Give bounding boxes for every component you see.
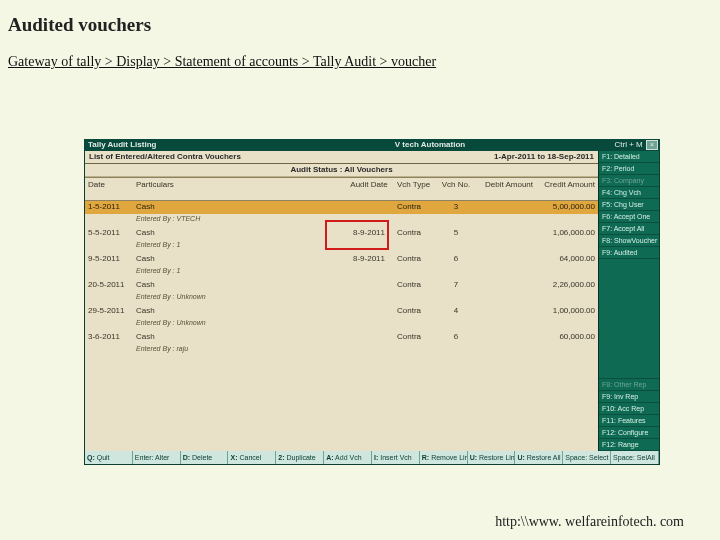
bottom-button[interactable]: R: Remove Line — [420, 451, 468, 464]
sidebar-button: F8: Other Rep — [599, 379, 659, 391]
col-vchtype: Vch Type — [394, 178, 438, 201]
breadcrumb: Gateway of tally > Display > Statement o… — [8, 54, 720, 70]
sidebar-button[interactable]: F12: Range — [599, 439, 659, 451]
cell-credit: 1,06,000.00 — [536, 227, 598, 240]
sidebar-button[interactable]: F9: Audited — [599, 247, 659, 259]
titlebar-left: Tally Audit Listing — [84, 139, 248, 151]
sidebar-button[interactable]: F4: Chg Vch — [599, 187, 659, 199]
cell-vchno: 3 — [438, 201, 474, 215]
cell-debit — [474, 279, 536, 292]
audit-status: Audit Status : All Vouchers — [85, 164, 598, 177]
entered-by: Entered By : raju — [133, 344, 598, 357]
bottom-button[interactable]: Q: Quit — [85, 451, 133, 464]
cell-auditdate — [344, 201, 394, 215]
cell-vchtype: Contra — [394, 279, 438, 292]
bottom-button[interactable]: Enter: Alter — [133, 451, 181, 464]
bottom-button[interactable]: Space: SelAll — [611, 451, 659, 464]
entered-by: Entered By : 1 — [133, 266, 598, 279]
cell-particulars: Cash — [133, 253, 344, 266]
sidebar-button[interactable]: F6: Accept One — [599, 211, 659, 223]
cell-date: 1-5-2011 — [85, 201, 133, 215]
entered-by: Entered By : Unknown — [133, 292, 598, 305]
cell-debit — [474, 331, 536, 344]
cell-vchtype: Contra — [394, 201, 438, 215]
entered-by-row: Entered By : raju — [85, 344, 598, 357]
sub-header-left: List of Entered/Altered Contra Vouchers — [85, 151, 434, 163]
sidebar-gap — [599, 259, 659, 379]
cell-particulars: Cash — [133, 227, 344, 240]
col-auditdate: Audit Date — [344, 178, 394, 201]
entered-by: Entered By : Unknown — [133, 318, 598, 331]
cell-credit: 60,000.00 — [536, 331, 598, 344]
sidebar: F1: DetailedF2: PeriodF3: CompanyF4: Chg… — [598, 151, 659, 451]
col-debit: Debit Amount — [474, 178, 536, 201]
cell-particulars: Cash — [133, 279, 344, 292]
close-icon[interactable]: × — [646, 140, 658, 150]
cell-credit: 5,00,000.00 — [536, 201, 598, 215]
voucher-table: Date Particulars Audit Date Vch Type Vch… — [85, 177, 598, 357]
bottom-button[interactable]: A: Add Vch — [324, 451, 372, 464]
cell-vchno: 5 — [438, 227, 474, 240]
cell-vchno: 6 — [438, 253, 474, 266]
main-panel: List of Entered/Altered Contra Vouchers … — [85, 151, 598, 451]
entered-by-row: Entered By : VTECH — [85, 214, 598, 227]
cell-vchtype: Contra — [394, 253, 438, 266]
cell-debit — [474, 253, 536, 266]
cell-credit: 2,26,000.00 — [536, 279, 598, 292]
cell-credit: 1,00,000.00 — [536, 305, 598, 318]
sidebar-button[interactable]: F9: Inv Rep — [599, 391, 659, 403]
voucher-table-wrap: Date Particulars Audit Date Vch Type Vch… — [85, 177, 598, 451]
cell-particulars: Cash — [133, 201, 344, 215]
bottom-button[interactable]: U: Restore All — [515, 451, 563, 464]
titlebar-right: Ctrl + M × — [612, 139, 660, 151]
footer-url: http:\\www. welfareinfotech. com — [495, 514, 684, 530]
entered-by: Entered By : 1 — [133, 240, 598, 253]
sidebar-button: F3: Company — [599, 175, 659, 187]
table-row[interactable]: 3-6-2011CashContra660,000.00 — [85, 331, 598, 344]
table-header-row: Date Particulars Audit Date Vch Type Vch… — [85, 178, 598, 201]
titlebar: Tally Audit Listing V tech Automation Ct… — [84, 139, 660, 151]
cell-date: 29-5-2011 — [85, 305, 133, 318]
table-row[interactable]: 20-5-2011CashContra72,26,000.00 — [85, 279, 598, 292]
bottom-button[interactable]: I: Insert Vch — [372, 451, 420, 464]
cell-vchno: 7 — [438, 279, 474, 292]
sidebar-button[interactable]: F8: ShowVoucher — [599, 235, 659, 247]
col-vchno: Vch No. — [438, 178, 474, 201]
cell-particulars: Cash — [133, 305, 344, 318]
table-row[interactable]: 5-5-2011Cash8-9-2011Contra51,06,000.00 — [85, 227, 598, 240]
sidebar-button[interactable]: F7: Accept All — [599, 223, 659, 235]
sidebar-button[interactable]: F12: Configure — [599, 427, 659, 439]
cell-auditdate — [344, 305, 394, 318]
cell-debit — [474, 227, 536, 240]
entered-by-row: Entered By : Unknown — [85, 292, 598, 305]
bottom-button[interactable]: 2: Duplicate — [276, 451, 324, 464]
entered-by-row: Entered By : Unknown — [85, 318, 598, 331]
col-particulars: Particulars — [133, 178, 344, 201]
bottom-button[interactable]: X: Cancel — [228, 451, 276, 464]
cell-date: 5-5-2011 — [85, 227, 133, 240]
bottom-bar: Q: Quit Enter: AlterD: DeleteX: Cancel2:… — [84, 451, 660, 465]
table-row[interactable]: 9-5-2011Cash8-9-2011Contra664,000.00 — [85, 253, 598, 266]
date-range: 1-Apr-2011 to 18-Sep-2011 — [434, 151, 598, 163]
cell-vchtype: Contra — [394, 305, 438, 318]
cell-date: 3-6-2011 — [85, 331, 133, 344]
table-row[interactable]: 29-5-2011CashContra41,00,000.00 — [85, 305, 598, 318]
bottom-button[interactable]: D: Delete — [181, 451, 229, 464]
cell-auditdate — [344, 331, 394, 344]
cell-vchno: 4 — [438, 305, 474, 318]
col-credit: Credit Amount — [536, 178, 598, 201]
table-row[interactable]: 1-5-2011CashContra35,00,000.00 — [85, 201, 598, 215]
bottom-button[interactable]: U: Restore Line — [468, 451, 516, 464]
sidebar-button[interactable]: F10: Acc Rep — [599, 403, 659, 415]
sidebar-button[interactable]: F11: Features — [599, 415, 659, 427]
col-date: Date — [85, 178, 133, 201]
cell-auditdate — [344, 279, 394, 292]
bottom-button[interactable]: Space: Select — [563, 451, 611, 464]
sidebar-button[interactable]: F1: Detailed — [599, 151, 659, 163]
sidebar-button[interactable]: F5: Chg User — [599, 199, 659, 211]
sidebar-button[interactable]: F2: Period — [599, 163, 659, 175]
titlebar-shortcut: Ctrl + M — [615, 140, 643, 149]
page-title: Audited vouchers — [8, 14, 720, 36]
cell-vchtype: Contra — [394, 331, 438, 344]
cell-debit — [474, 305, 536, 318]
